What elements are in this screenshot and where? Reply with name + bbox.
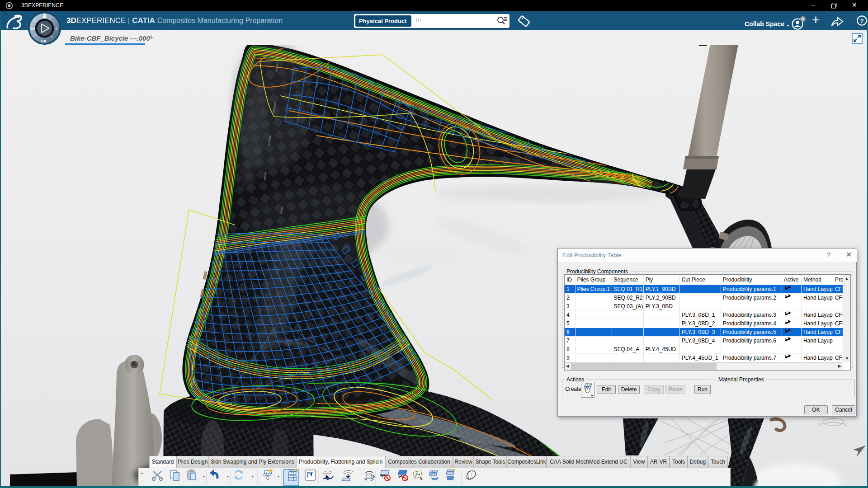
svg-text:y: y bbox=[844, 422, 847, 427]
svg-text:?: ? bbox=[860, 18, 864, 24]
svg-text:V.R: V.R bbox=[41, 39, 47, 43]
svg-text:3D: 3D bbox=[30, 27, 35, 31]
svg-text:▾: ▾ bbox=[227, 474, 229, 479]
svg-text:▾: ▾ bbox=[278, 474, 279, 479]
svg-text:x: x bbox=[819, 422, 821, 427]
svg-text:▾: ▾ bbox=[252, 474, 254, 479]
svg-text:▾: ▾ bbox=[203, 474, 205, 479]
svg-text:i: i bbox=[56, 27, 57, 31]
